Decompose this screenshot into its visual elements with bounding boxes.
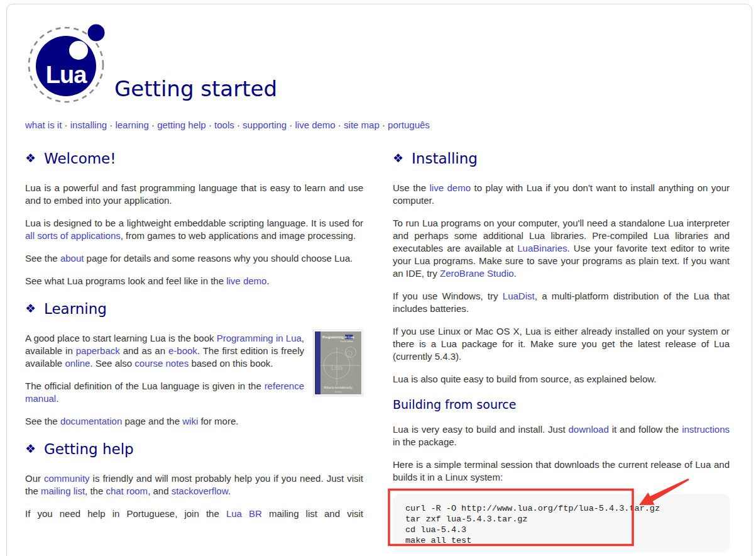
paragraph: Our community is friendly and will most …: [25, 472, 363, 498]
heading-installing: ❖Installing: [393, 150, 730, 168]
terminal-code-block[interactable]: curl -R -O http://www.lua.org/ftp/lua-5.…: [393, 494, 730, 552]
left-column: ❖Welcome! Lua is a powerful and fast pro…: [25, 150, 363, 552]
logo-text: Lua: [46, 62, 87, 88]
paragraph: See what Lua programs look and feel like…: [25, 275, 363, 287]
inline-link[interactable]: ZeroBrane Studio: [440, 268, 514, 279]
inline-link[interactable]: Lua BR: [226, 508, 262, 519]
book-cover[interactable]: Lua Programming in Lua Fourth edition Ro…: [313, 330, 363, 396]
nav-link[interactable]: what is it: [25, 120, 62, 130]
moon-circle: [88, 25, 105, 42]
inline-link[interactable]: paperback: [76, 345, 120, 356]
inline-link[interactable]: about: [60, 253, 84, 264]
heading-learning: ❖Learning: [25, 300, 363, 318]
book-edition: Fourth edition: [340, 340, 353, 343]
nav-link[interactable]: tools: [214, 120, 234, 130]
inline-link[interactable]: stackoverflow: [172, 486, 228, 496]
heading-building-from-source: Building from source: [393, 397, 730, 412]
inline-link[interactable]: mailing list: [41, 486, 85, 496]
inline-link[interactable]: live demo: [430, 182, 471, 193]
inline-link[interactable]: download: [569, 424, 609, 435]
paragraph: To run Lua programs on your computer, yo…: [393, 217, 730, 280]
diamond-icon: ❖: [25, 442, 36, 455]
nav-link[interactable]: site map: [344, 120, 380, 130]
nav-link[interactable]: installing: [70, 120, 107, 130]
content-columns: ❖Welcome! Lua is a powerful and fast pro…: [25, 150, 730, 552]
heading-welcome: ❖Welcome!: [25, 150, 363, 168]
inline-link[interactable]: course notes: [134, 358, 189, 369]
inline-link[interactable]: Programming in Lua: [217, 333, 302, 343]
nav-link[interactable]: live demo: [295, 120, 336, 130]
book-author: Roberto Ierusalimschy: [324, 386, 353, 389]
paragraph: If you use Linux or Mac OS X, Lua is eit…: [393, 325, 730, 363]
nav-link[interactable]: supporting: [243, 120, 287, 130]
paragraph: See the about page for details and some …: [25, 252, 363, 265]
paragraph: If you use Windows, try LuaDist, a multi…: [393, 290, 730, 315]
inline-link[interactable]: e-book: [168, 345, 197, 356]
diamond-icon: ❖: [25, 301, 36, 315]
diamond-icon: ❖: [393, 151, 403, 165]
inline-link[interactable]: chat room: [106, 486, 148, 496]
paragraph: Here is a simple terminal session that d…: [393, 459, 730, 484]
inline-link[interactable]: instructions: [682, 424, 730, 435]
inline-link[interactable]: reference manual: [25, 381, 304, 404]
heading-getting-help: ❖Getting help: [25, 440, 363, 459]
planet-hole-circle: [69, 41, 88, 60]
inline-link[interactable]: documentation: [60, 416, 122, 426]
diamond-icon: ❖: [25, 151, 36, 165]
lua-logo[interactable]: Lua: [27, 22, 107, 108]
inline-link[interactable]: live demo: [226, 275, 266, 286]
paragraph: Lua is very easy to build and install. J…: [393, 423, 730, 448]
nav-link[interactable]: getting help: [157, 120, 206, 130]
paragraph: See the documentation page and the wiki …: [25, 415, 363, 428]
nav-link[interactable]: learning: [115, 120, 148, 130]
inline-link[interactable]: all sorts of applications: [25, 230, 121, 241]
paragraph: If you need help in Portuguese, join the…: [25, 508, 363, 520]
paragraph: Lua is designed to be a lightweight embe…: [25, 217, 363, 242]
inline-link[interactable]: community: [44, 473, 90, 484]
page-title: Getting started: [114, 76, 277, 101]
paragraph: Lua is also quite easy to build from sou…: [393, 373, 730, 386]
inline-link[interactable]: LuaDist: [503, 291, 535, 301]
inline-link[interactable]: LuaBinaries: [517, 243, 567, 253]
inline-link[interactable]: online: [65, 358, 90, 369]
book-sketch-text: Lua: [331, 364, 343, 371]
paragraph: Lua is a powerful and fast programming l…: [25, 182, 363, 207]
lua-logo-icon: Lua: [27, 22, 107, 106]
inline-link[interactable]: wiki: [182, 416, 198, 426]
right-column: ❖Installing Use the live demo to play wi…: [393, 150, 730, 552]
paragraph: Use the live demo to play with Lua if yo…: [393, 182, 730, 207]
nav-link[interactable]: português: [388, 120, 430, 130]
main-nav: what is it · installing · learning · get…: [25, 119, 430, 131]
book-publisher: lua.org: [335, 391, 341, 393]
book-title: Programming in Lua: [322, 335, 354, 339]
book-cover-image: Lua Programming in Lua Fourth edition Ro…: [313, 330, 363, 396]
